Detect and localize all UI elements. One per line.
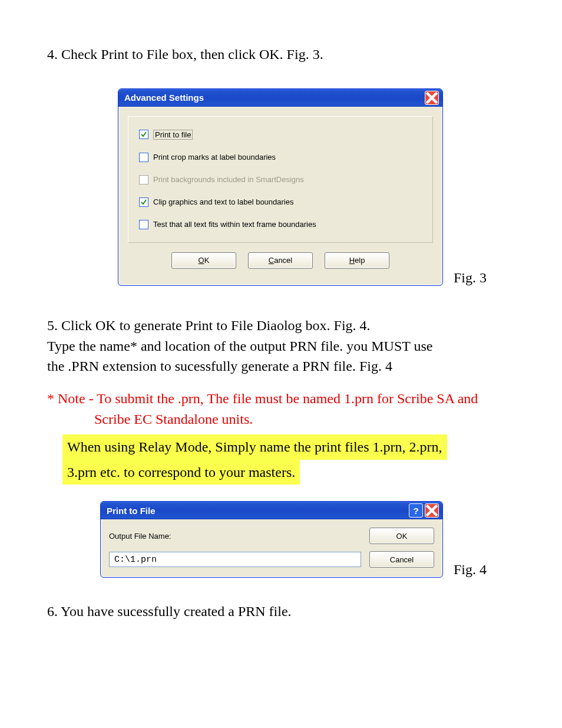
checkbox-icon (139, 197, 148, 207)
relay-line1: When using Relay Mode, Simply name the p… (62, 434, 447, 460)
ok-button[interactable]: OK (171, 252, 236, 269)
step-5-line3: the .PRN extension to sucessfully genera… (47, 356, 515, 377)
note-line2: Scribe EC Standalone units. (94, 409, 515, 430)
checkbox-icon (139, 130, 148, 139)
figure-3-caption: Fig. 3 (454, 270, 487, 286)
ok-button[interactable]: OK (369, 528, 434, 544)
relay-note: When using Relay Mode, Simply name the p… (62, 434, 515, 485)
checkbox-label: Clip graphics and text to label boundari… (153, 197, 293, 206)
checkbox-crop-marks[interactable]: Print crop marks at label boundaries (139, 153, 422, 162)
dialog-titlebar: Print to File ? (101, 502, 442, 519)
step-4-text: 4. Check Print to File box, then click O… (47, 44, 515, 65)
figure-4-caption: Fig. 4 (454, 562, 487, 578)
checkbox-label: Print crop marks at label boundaries (153, 153, 276, 162)
output-file-input[interactable]: C:\1.prn (109, 552, 361, 567)
step-6-text: 6. You have sucessfully created a PRN fi… (47, 601, 515, 622)
advanced-settings-dialog: Advanced Settings Print to file (118, 88, 443, 286)
checkbox-icon (139, 175, 148, 185)
print-to-file-dialog: Print to File ? Output File Name: OK C:\… (100, 501, 443, 578)
help-icon[interactable]: ? (409, 503, 423, 518)
checkbox-group: Print to file Print crop marks at label … (128, 116, 433, 243)
checkbox-print-to-file[interactable]: Print to file (139, 130, 422, 140)
checkbox-icon (139, 220, 148, 229)
checkbox-clip-graphics[interactable]: Clip graphics and text to label boundari… (139, 197, 422, 207)
dialog-title: Advanced Settings (124, 93, 423, 103)
checkbox-backgrounds: Print backgrounds included in SmartDesig… (139, 175, 422, 185)
close-icon[interactable] (425, 503, 439, 518)
dialog-titlebar: Advanced Settings (118, 89, 442, 107)
checkbox-label: Test that all text fits within text fram… (153, 220, 316, 229)
relay-line2: 3.prn etc. to correspond to your masters… (62, 460, 300, 485)
note-line1: * Note - To submit the .prn, The file mu… (47, 388, 515, 409)
cancel-button[interactable]: Cancel (248, 252, 313, 269)
step-5-line1: 5. Click OK to generate Print to File Di… (47, 315, 515, 336)
cancel-button[interactable]: Cancel (369, 551, 434, 568)
figure-4-row: Print to File ? Output File Name: OK C:\… (47, 501, 515, 578)
checkbox-text-fits[interactable]: Test that all text fits within text fram… (139, 220, 422, 229)
dialog-body: Print to file Print crop marks at label … (118, 107, 442, 285)
help-button[interactable]: Help (325, 252, 389, 269)
figure-3-row: Advanced Settings Print to file (47, 88, 515, 286)
checkbox-label: Print backgrounds included in SmartDesig… (153, 175, 304, 184)
output-file-label: Output File Name: (109, 532, 361, 541)
checkbox-label: Print to file (153, 130, 193, 140)
close-icon[interactable] (425, 91, 439, 105)
dialog-body: Output File Name: OK C:\1.prn Cancel (101, 519, 442, 577)
dialog-button-row: OK Cancel Help (128, 243, 433, 276)
checkbox-icon (139, 153, 148, 162)
dialog-title: Print to File (107, 506, 407, 516)
document-page: 4. Check Print to File box, then click O… (0, 0, 562, 728)
step-5-line2: Type the name* and location of the outpu… (47, 336, 515, 357)
